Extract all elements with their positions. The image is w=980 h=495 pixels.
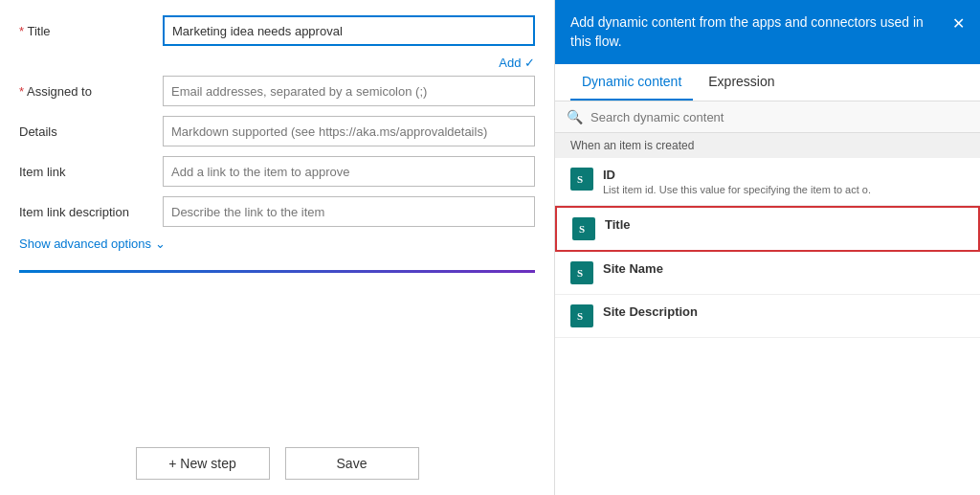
title-label: Title (19, 24, 163, 38)
item-icon: S (572, 217, 595, 240)
svg-text:S: S (577, 173, 583, 185)
details-label: Details (19, 124, 163, 139)
dynamic-header-text: Add dynamic content from the apps and co… (570, 13, 945, 51)
item-content: Title (605, 217, 963, 232)
dynamic-item[interactable]: SSite Name (555, 252, 980, 295)
title-input[interactable] (163, 15, 535, 46)
dynamic-header: Add dynamic content from the apps and co… (555, 0, 980, 64)
save-button[interactable]: Save (285, 447, 419, 480)
item-content: IDList item id. Use this value for speci… (603, 168, 965, 195)
assigned-to-label: Assigned to (19, 84, 163, 99)
item-title: Title (605, 217, 963, 232)
assigned-to-row: Assigned to (19, 76, 535, 106)
item-icon: S (570, 261, 593, 284)
dynamic-item[interactable]: STitle (555, 206, 980, 252)
divider (19, 270, 535, 273)
item-title: ID (603, 168, 965, 182)
dynamic-item[interactable]: SIDList item id. Use this value for spec… (555, 158, 980, 206)
item-title: Site Description (603, 304, 965, 319)
search-bar: 🔍 (555, 101, 980, 133)
item-link-input[interactable] (163, 156, 535, 187)
svg-text:S: S (579, 223, 585, 235)
item-link-desc-label: Item link description (19, 205, 163, 219)
section-header: When an item is created (555, 133, 980, 158)
show-advanced-label: Show advanced options (19, 236, 151, 251)
tab-expression[interactable]: Expression (697, 64, 786, 101)
add-row: Add ✓ (19, 56, 535, 70)
add-link[interactable]: Add ✓ (499, 56, 535, 70)
item-description: List item id. Use this value for specify… (603, 184, 965, 195)
assigned-to-input[interactable] (163, 76, 535, 106)
details-input[interactable] (163, 116, 535, 146)
item-content: Site Name (603, 261, 965, 276)
close-icon[interactable]: ✕ (952, 13, 965, 34)
tabs-row: Dynamic content Expression (555, 64, 980, 101)
dynamic-content-panel: Add dynamic content from the apps and co… (555, 0, 980, 495)
form-panel: Title Add ✓ Assigned to Details Item lin… (0, 0, 555, 495)
item-content: Site Description (603, 304, 965, 319)
item-link-desc-input[interactable] (163, 196, 535, 227)
item-link-label: Item link (19, 165, 163, 179)
item-link-desc-row: Item link description (19, 196, 535, 227)
item-title: Site Name (603, 261, 965, 276)
dynamic-item[interactable]: SSite Description (555, 295, 980, 338)
new-step-button[interactable]: + New step (136, 447, 270, 480)
item-icon: S (570, 304, 593, 327)
svg-text:S: S (577, 310, 583, 322)
item-icon: S (570, 168, 593, 191)
title-row: Title (19, 15, 535, 46)
search-icon: 🔍 (567, 109, 583, 124)
bottom-actions: + New step Save (19, 418, 535, 480)
item-link-row: Item link (19, 156, 535, 187)
svg-text:S: S (577, 267, 583, 279)
dynamic-items-list: SIDList item id. Use this value for spec… (555, 158, 980, 338)
search-input[interactable] (590, 110, 969, 124)
chevron-down-icon: ⌄ (155, 236, 166, 251)
show-advanced-toggle[interactable]: Show advanced options ⌄ (19, 236, 535, 251)
details-row: Details (19, 116, 535, 146)
tab-dynamic-content[interactable]: Dynamic content (570, 64, 693, 101)
